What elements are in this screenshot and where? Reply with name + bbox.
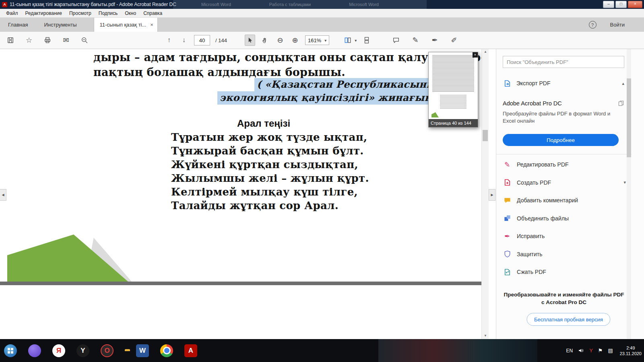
- yandex-browser-icon[interactable]: Я: [52, 344, 65, 357]
- scroll-down-icon[interactable]: ▼: [482, 333, 489, 339]
- menu-sign[interactable]: Подпись: [95, 10, 122, 16]
- maximize-button[interactable]: □: [615, 1, 627, 8]
- taskbar-clock[interactable]: 2:49 23.11.2020: [620, 345, 642, 356]
- notifications-icon[interactable]: ▤: [608, 348, 613, 354]
- language-indicator[interactable]: EN: [566, 348, 573, 354]
- page-display-icon[interactable]: [343, 35, 353, 45]
- previous-page-icon[interactable]: ↑: [164, 35, 174, 45]
- acrobat-pro-title-label: Adobe Acrobat Pro DC: [503, 100, 562, 107]
- document-scrollbar[interactable]: ▲ ▼: [481, 49, 489, 339]
- sidebar-item-protect[interactable]: Защитить: [503, 245, 626, 263]
- word-icon[interactable]: W: [136, 344, 149, 357]
- more-details-button[interactable]: Подробнее: [503, 134, 619, 146]
- document-page[interactable]: дыры – адам тағдыры, сондықтан оны сақта…: [0, 49, 481, 339]
- sidebar-item-label: Защитить: [517, 251, 543, 257]
- acrobat-promo-text: Преобразовывайте и изменяйте файлы PDF с…: [496, 291, 632, 306]
- tab-tools[interactable]: Инструменты: [36, 22, 85, 28]
- yandex-tray-icon[interactable]: Y: [589, 348, 593, 354]
- menu-file[interactable]: Файл: [2, 10, 22, 16]
- chrome-icon[interactable]: [160, 344, 173, 357]
- help-icon[interactable]: ?: [589, 21, 597, 29]
- thumbnail-green-corner: [431, 112, 439, 117]
- zoom-level-dropdown[interactable]: 161% ▾: [305, 35, 329, 45]
- windows-logo-icon: [8, 348, 13, 354]
- sidebar-item-fix[interactable]: ✒ Исправить: [503, 227, 626, 245]
- tab-close-icon[interactable]: ×: [150, 22, 153, 28]
- page-number-input[interactable]: [194, 35, 210, 45]
- panel-scrollbar[interactable]: [627, 49, 631, 339]
- comment-icon[interactable]: [391, 35, 401, 45]
- export-pdf-icon: [503, 79, 512, 88]
- opera-icon[interactable]: O: [101, 344, 114, 357]
- start-button[interactable]: [4, 344, 17, 357]
- sign-in-link[interactable]: Войти: [610, 22, 625, 28]
- select-tool-icon[interactable]: [245, 35, 255, 46]
- title-bar: A 11-сынып қазақ тілі жаратылыстану бағы…: [0, 0, 644, 9]
- annotate-icon[interactable]: ✐: [449, 35, 459, 45]
- zoom-search-icon[interactable]: [80, 35, 89, 45]
- scroll-up-icon[interactable]: ▲: [482, 49, 489, 55]
- scrolling-mode-icon[interactable]: [362, 35, 372, 45]
- window-controls: – □ ×: [602, 1, 642, 8]
- email-icon[interactable]: ✉: [61, 35, 71, 45]
- window-title: 11-сынып қазақ тілі жаратылыстану бағыты…: [10, 2, 176, 7]
- doc-text-line: дыры – адам тағдыры, сондықтан оны сақта…: [93, 51, 481, 64]
- save-icon[interactable]: [6, 35, 15, 45]
- page-thumbnail-popup[interactable]: Страница 40 из 144 ×: [428, 52, 478, 128]
- fill-sign-icon[interactable]: ✒: [430, 35, 440, 45]
- tab-document-label: 11-сынып қазақ ті...: [100, 22, 147, 28]
- chevron-down-icon[interactable]: ▾: [355, 38, 357, 43]
- tools-search-input[interactable]: [503, 56, 624, 68]
- yandex-icon[interactable]: Y: [76, 344, 89, 357]
- right-pane-toggle[interactable]: ▶: [489, 189, 495, 201]
- acrobat-pro-title: Adobe Acrobat Pro DC: [503, 100, 624, 107]
- favorites-star-icon[interactable]: ☆: [24, 35, 34, 45]
- chevron-down-icon[interactable]: ▾: [623, 180, 626, 185]
- chevron-up-icon[interactable]: ▴: [622, 81, 624, 86]
- sidebar-item-edit-pdf[interactable]: ✎ Редактировать PDF: [503, 156, 626, 174]
- doc-source-line-highlighted: ( «Қазақстан Республикасының: [254, 78, 446, 91]
- flag-icon[interactable]: ⚑: [598, 348, 603, 354]
- menu-window[interactable]: Окно: [121, 10, 140, 16]
- ghost-window-title: Работа с таблицами: [269, 2, 311, 7]
- left-pane-toggle[interactable]: ◀: [0, 189, 6, 201]
- tab-document[interactable]: 11-сынып қазақ ті... ×: [94, 18, 158, 32]
- menu-edit[interactable]: Редактирование: [22, 10, 66, 16]
- panel-scrollbar-thumb[interactable]: [627, 78, 631, 157]
- sidebar-item-label: Объединить файлы: [517, 215, 569, 222]
- sidebar-item-combine-files[interactable]: Объединить файлы: [503, 210, 626, 228]
- page-number-badge: 40: [59, 291, 70, 303]
- close-button[interactable]: ×: [628, 1, 642, 8]
- menu-view[interactable]: Просмотр: [66, 10, 95, 16]
- sidebar-item-export-pdf[interactable]: Экспорт PDF ▴: [503, 77, 624, 90]
- poem-line: Жүйкені құртқан сыздықтап,: [171, 158, 369, 171]
- menu-help[interactable]: Справка: [140, 10, 166, 16]
- speaker-icon[interactable]: [578, 348, 584, 354]
- acrobat-reader-icon[interactable]: A: [184, 344, 197, 357]
- promo-line: Преобразовывайте и изменяйте файлы PDF: [496, 291, 632, 298]
- add-comment-icon: [503, 196, 512, 205]
- print-icon[interactable]: [43, 35, 52, 45]
- sidebar-item-add-comment[interactable]: Добавить комментарий: [503, 191, 626, 210]
- thumbnail-text-block: [440, 95, 466, 109]
- sidebar-divider: [496, 154, 632, 154]
- thumbnail-close-icon[interactable]: ×: [473, 52, 478, 58]
- free-trial-button[interactable]: Бесплатная пробная версия: [526, 313, 611, 326]
- tab-home[interactable]: Главная: [0, 22, 36, 28]
- edit-pdf-icon: ✎: [503, 160, 512, 169]
- next-page-icon[interactable]: ↓: [179, 35, 189, 45]
- sidebar-item-label: Добавить комментарий: [517, 197, 578, 204]
- poem-line: Келтірмей мылқау күш тілге,: [171, 185, 369, 199]
- browser-purple-icon[interactable]: [28, 344, 41, 357]
- sidebar-item-compress-pdf[interactable]: Сжать PDF: [503, 263, 626, 281]
- sidebar-item-create-pdf[interactable]: Создать PDF ▾: [503, 174, 626, 192]
- zoom-in-icon[interactable]: ⊕: [290, 35, 300, 45]
- taskbar: Я Y O W A EN Y ⚑ ▤ 2:49 23.11.2020: [0, 339, 644, 362]
- scrollbar-thumb[interactable]: [483, 130, 488, 141]
- page-gap-divider: [0, 282, 481, 285]
- zoom-out-icon[interactable]: ⊖: [275, 35, 285, 45]
- hand-tool-icon[interactable]: [260, 35, 270, 45]
- protect-shield-icon: [503, 250, 512, 259]
- pencil-highlight-icon[interactable]: ✎: [411, 35, 420, 45]
- minimize-button[interactable]: –: [603, 1, 614, 8]
